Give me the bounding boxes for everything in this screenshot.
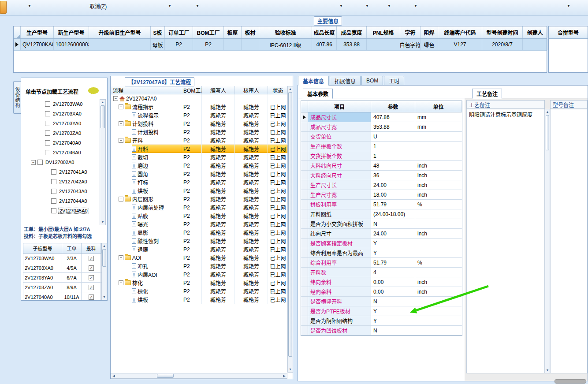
process-column-header[interactable]: 编写人 — [202, 86, 235, 94]
param-value-cell[interactable]: 1 — [371, 142, 415, 151]
process-row[interactable]: 内层AOIP2臧艳芳臧艳芳已上网 — [111, 270, 288, 279]
param-row[interactable]: 拼板利用率51.79% — [301, 200, 462, 209]
main-info-column-header[interactable]: 成品宽度 — [337, 26, 367, 38]
tab-process-notes[interactable]: 工艺备注 — [472, 89, 502, 99]
scroll-up-icon[interactable]: ▲ — [545, 109, 550, 115]
param-row[interactable]: 大料经向尺寸36inch — [301, 171, 462, 180]
process-row[interactable]: 打标P2臧艳芳臧艳芳已上网 — [111, 178, 288, 186]
collapse-icon[interactable]: − — [119, 121, 123, 126]
process-row[interactable]: 酸性蚀刻P2臧艳芳臧艳芳已上网 — [111, 237, 288, 245]
param-value-cell[interactable]: U — [371, 132, 415, 142]
process-hscrollbar[interactable]: ◀ ▶ — [111, 373, 287, 379]
main-info-cell[interactable]: 绿色 — [421, 39, 438, 50]
main-info-row[interactable]: QV12700KA010012600000367母板P2P2IPC-6012 Ⅱ… — [14, 39, 547, 51]
scrollbar-thumb[interactable] — [102, 249, 106, 267]
dropdown-arrow-icon[interactable]: ▼ — [168, 4, 171, 8]
main-info-column-header[interactable]: 阻焊 — [421, 26, 438, 38]
param-value-cell[interactable]: Y — [371, 248, 415, 258]
param-row[interactable]: 是否为阴阳铜结构Y — [301, 316, 462, 326]
device-tree-item[interactable]: −DV127002A0 — [23, 157, 100, 167]
param-row[interactable]: 纬向尺寸24.00inch — [301, 229, 462, 239]
param-row[interactable]: 纬向余料0.00inch — [301, 277, 462, 287]
param-row[interactable]: 成品尺寸宽353.88mm — [301, 122, 462, 132]
main-info-column-header[interactable]: 验收标准 — [259, 26, 312, 38]
device-tree-item[interactable]: 2V127041A0 — [23, 167, 100, 177]
dropdown-arrow-icon[interactable]: ▼ — [387, 4, 391, 8]
param-column-header[interactable]: 单位 — [415, 101, 462, 112]
main-info-cell[interactable]: 母板 — [151, 39, 165, 50]
tree-checkbox[interactable] — [45, 101, 50, 107]
tree-checkbox[interactable] — [45, 150, 50, 155]
dropdown-arrow-icon[interactable]: ▼ — [567, 4, 570, 8]
scrollbar-thumb[interactable] — [157, 374, 174, 378]
merge-model-header[interactable]: 合拼型号 — [549, 26, 588, 39]
process-row[interactable]: 开料P2臧艳芳臧艳芳已上网 — [111, 145, 288, 153]
app-icon[interactable] — [0, 1, 7, 14]
device-tree-item[interactable]: 2V127043A0 — [23, 186, 100, 196]
select-all-cell[interactable] — [14, 26, 21, 38]
param-value-cell[interactable]: 48 — [371, 161, 415, 171]
tree-checkbox[interactable] — [51, 169, 56, 175]
subboard-row[interactable]: 2V12703ZA08/9A✓ — [23, 283, 101, 292]
model-notes-content[interactable] — [550, 109, 588, 373]
feed-checkbox[interactable]: ✓ — [89, 256, 94, 261]
main-info-cell[interactable] — [224, 39, 242, 50]
main-info-cell[interactable]: IPC-6012 Ⅱ级 — [259, 39, 312, 50]
scrollbar-thumb[interactable] — [288, 92, 292, 357]
param-value-cell[interactable]: 407.86 — [371, 112, 415, 122]
param-value-cell[interactable]: 4 — [371, 268, 415, 277]
collapse-icon[interactable]: − — [119, 280, 123, 285]
main-info-cell[interactable]: 白色字符 — [400, 39, 421, 50]
process-row[interactable]: 裁切P2臧艳芳臧艳芳已上网 — [111, 153, 288, 161]
main-info-column-header[interactable]: PNL规格 — [367, 26, 400, 38]
main-info-cell[interactable] — [89, 39, 151, 50]
main-info-column-header[interactable]: S板 — [151, 26, 165, 38]
param-row[interactable]: 生产尺寸长24.00inch — [301, 180, 462, 190]
param-value-cell[interactable]: 51.79 — [371, 258, 415, 268]
tree-checkbox[interactable] — [45, 121, 50, 126]
param-value-cell[interactable]: N — [371, 297, 415, 306]
param-column-header[interactable]: 项目 — [308, 101, 371, 112]
tree-checkbox[interactable] — [51, 179, 56, 184]
process-row[interactable]: 流程指示P2臧艳芳臧艳芳已上网 — [111, 111, 288, 119]
main-info-cell[interactable]: 10012600000367 — [54, 39, 89, 50]
param-row[interactable]: 交货单位U — [301, 132, 462, 142]
subboard-column-header[interactable]: 工单 — [62, 243, 82, 253]
tab-device-structure[interactable]: 设备结构 — [13, 81, 21, 114]
process-notes-col-header[interactable]: 工艺备注 — [466, 100, 545, 109]
param-row[interactable]: 开料图纸(24.00-18.00) — [301, 209, 462, 219]
param-value-cell[interactable]: 1 — [371, 151, 415, 161]
param-row[interactable]: 生产尺寸宽18.00inch — [301, 190, 462, 200]
process-row[interactable]: −AOIP2臧艳芳臧艳芳已上网 — [111, 254, 288, 262]
main-info-cell[interactable] — [523, 39, 547, 50]
device-tree-item[interactable]: 2V127044A0 — [23, 196, 100, 206]
dropdown-arrow-icon[interactable]: ▼ — [365, 4, 369, 8]
param-row[interactable]: 是否为PTFE板材Y — [301, 306, 462, 316]
detail-tab-3[interactable]: 工时 — [384, 76, 404, 85]
dropdown-arrow-icon[interactable]: ▼ — [339, 4, 343, 8]
tree-checkbox[interactable] — [37, 160, 43, 165]
scroll-down-icon[interactable]: ▼ — [545, 368, 550, 373]
device-tree-item[interactable]: 2V127045A0 — [23, 206, 100, 216]
detail-tab-1[interactable]: 拓展信息 — [330, 76, 361, 85]
main-info-column-header[interactable]: 新生产型号 — [54, 26, 89, 38]
param-row[interactable]: 综合利用率51.79% — [301, 258, 462, 268]
param-value-cell[interactable]: Y — [371, 306, 415, 316]
param-value-cell[interactable]: 36 — [371, 171, 415, 180]
main-info-cell[interactable]: P2 — [193, 39, 224, 50]
param-value-cell[interactable]: 24.00 — [371, 229, 415, 239]
main-info-column-header[interactable]: 板厚 — [224, 26, 242, 38]
collapse-icon[interactable]: − — [113, 96, 118, 101]
param-value-cell[interactable]: Y — [371, 316, 415, 326]
process-row[interactable]: 棕化P2臧艳芳臧艳芳已上网 — [111, 287, 288, 295]
tree-checkbox[interactable] — [51, 189, 56, 194]
scroll-up-icon[interactable]: ▲ — [102, 243, 107, 249]
process-row[interactable]: −2V127047A0 — [111, 94, 288, 103]
param-value-cell[interactable]: 0.00 — [371, 277, 415, 287]
main-info-cell[interactable]: 2020/8/7 — [482, 39, 523, 50]
tree-checkbox[interactable] — [45, 130, 50, 136]
param-row[interactable]: 成品尺寸长407.86mm — [301, 112, 462, 122]
process-row[interactable]: 冲孔P2臧艳芳臧艳芳已上网 — [111, 262, 288, 270]
main-info-column-header[interactable]: 订单工厂 — [165, 26, 193, 38]
param-value-cell[interactable]: N — [371, 219, 415, 229]
